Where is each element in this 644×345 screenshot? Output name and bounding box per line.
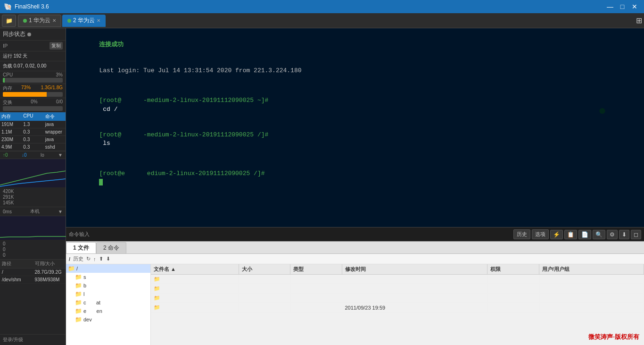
col-type[interactable]: 类型	[290, 264, 342, 275]
login-upgrade-button[interactable]: 登录/升级	[0, 334, 66, 345]
proc-1-cmd: java	[44, 121, 66, 128]
terminal-line-4: [root@ -medium-2-linux-20191112090025 /]…	[70, 122, 640, 157]
latency-v2: 0	[3, 247, 63, 252]
fullscreen-button[interactable]: ◻	[631, 230, 641, 239]
close-button[interactable]: ✕	[629, 2, 640, 11]
fm-upload-button[interactable]: ⬆	[99, 256, 103, 262]
col-perm[interactable]: 权限	[487, 264, 539, 275]
cmd-1: cd /	[99, 106, 117, 113]
file-size-4	[239, 303, 290, 312]
table-row[interactable]: 📁	[151, 275, 644, 284]
file-user-1	[539, 275, 644, 284]
cmd-input-bar: 命令输入 历史 选项 ⚡ 📋 📄 🔍 ⚙ ⬇ ◻	[66, 227, 644, 241]
file-size-1	[239, 275, 290, 284]
tab-1[interactable]: 1 华为云 ✕	[18, 15, 61, 27]
file-type-2	[290, 284, 342, 294]
terminal-line-2: Last login: Tue Jul 14 13:31:54 2020 fro…	[70, 58, 640, 84]
net-lo-label: lo	[41, 152, 44, 158]
fm-tab-commands[interactable]: 2 命令	[96, 242, 126, 253]
col-user[interactable]: 用户/用户组	[539, 264, 644, 275]
file-type-3	[290, 294, 342, 303]
mem-bar-fill	[3, 92, 47, 97]
proc-2-cpu: 0.3	[22, 128, 43, 135]
path-row-2: /dev/shm 938M/938M	[0, 276, 66, 284]
fm-tree-item-6-label: dev	[83, 317, 92, 322]
file-name-2: 📁	[151, 284, 239, 294]
net-val-2: 291K	[3, 194, 63, 200]
folder-icon-6: 📁	[75, 308, 82, 314]
file-size-2	[239, 284, 290, 294]
proc-3-cmd: java	[44, 136, 66, 143]
tab-2[interactable]: 2 华为云 ✕	[62, 15, 106, 27]
fm-refresh-button[interactable]: ↻	[86, 256, 91, 262]
net-dropdown-icon[interactable]: ▼	[58, 152, 63, 158]
table-row[interactable]: 📁	[151, 294, 644, 303]
net-graph-svg	[0, 159, 66, 187]
main-layout: 同步状态 IP 复制 运行 192 天 负载 0.07, 0.02, 0.00 …	[0, 28, 644, 345]
cpu-row: CPU 3%	[0, 71, 66, 84]
search-button[interactable]: 🔍	[593, 230, 605, 239]
swap-bar	[3, 106, 63, 111]
fm-tree-item-6[interactable]: 📁 dev	[66, 315, 150, 324]
grid-view-button[interactable]: ⊞	[636, 16, 642, 25]
fm-tree-item-1[interactable]: 📁 s	[66, 273, 150, 281]
table-row[interactable]: 📁 2011/09/23 19:59	[151, 303, 644, 312]
minimize-button[interactable]: —	[604, 2, 616, 11]
lightning-button[interactable]: ⚡	[550, 230, 563, 239]
folder-button[interactable]: 📁	[2, 15, 16, 27]
fm-tree-item-3[interactable]: 📁 l	[66, 290, 150, 298]
file-name-1: 📁	[151, 275, 239, 284]
terminal[interactable]: 连接成功 Last login: Tue Jul 14 13:31:54 202…	[66, 28, 644, 227]
proc-header-mem: 内存	[0, 112, 22, 121]
app-title: FinalShell 3.6	[15, 3, 49, 10]
proc-3-cpu: 0.3	[22, 136, 43, 143]
fm-up-button[interactable]: ↑	[93, 256, 96, 262]
cmd-input-field[interactable]	[91, 231, 512, 238]
table-row[interactable]: 📁	[151, 284, 644, 294]
latency-dropdown-icon[interactable]: ▼	[58, 209, 63, 214]
process-header: 内存 CPU 命令	[0, 112, 66, 121]
fm-tree-item-2[interactable]: 📁 b	[66, 281, 150, 290]
settings-button[interactable]: ⚙	[607, 230, 618, 239]
app-icon: 🐚	[4, 3, 12, 10]
options-button[interactable]: 选项	[532, 229, 549, 239]
col-mtime[interactable]: 修改时间	[342, 264, 487, 275]
latency-header: 0ms 本机 ▼	[0, 207, 66, 216]
file-user-4	[539, 303, 644, 312]
copy-cmd-button[interactable]: 📋	[564, 230, 577, 239]
swap-row: 交换 0% 0/0	[0, 98, 66, 112]
uptime-value: 运行 192 天	[3, 53, 27, 59]
col-filename[interactable]: 文件名 ▲	[151, 264, 239, 275]
terminal-cursor	[99, 179, 103, 185]
proc-1-cpu: 1.3	[22, 121, 43, 128]
fm-tree-item-4[interactable]: 📁 c at	[66, 298, 150, 307]
fm-tree[interactable]: 📁 / 📁 s 📁 b 📁	[66, 264, 151, 345]
copy-button[interactable]: 复制	[50, 42, 63, 50]
fm-tree-item-4-label: c at	[83, 300, 100, 305]
download-button[interactable]: ⬇	[619, 230, 629, 239]
tab-2-close[interactable]: ✕	[97, 18, 100, 23]
cmd-2: ls	[99, 140, 110, 147]
tab-1-close[interactable]: ✕	[52, 18, 56, 23]
fm-tree-item-5[interactable]: 📁 e en	[66, 307, 150, 315]
history-button[interactable]: 历史	[513, 229, 530, 239]
terminal-line-3: [root@ -medium-2-linux-20191112090025 ~]…	[70, 88, 640, 122]
file-type-1	[290, 275, 342, 284]
fm-history-button[interactable]: 历史	[73, 255, 83, 262]
file-perm-3	[487, 294, 539, 303]
net-section: ↑0 ↓0 lo ▼ 420K 291K 145K	[0, 151, 66, 207]
fm-tab-files[interactable]: 1 文件	[66, 242, 96, 253]
fm-toolbar: / 历史 ↻ ↑ ⬆ ⬇	[66, 254, 644, 264]
proc-4-cmd: sshd	[44, 143, 66, 151]
maximize-button[interactable]: □	[617, 2, 628, 11]
fm-tree-root[interactable]: 📁 /	[66, 264, 150, 273]
fm-download-button[interactable]: ⬇	[106, 256, 110, 262]
fm-main: 📁 / 📁 s 📁 b 📁	[66, 264, 644, 345]
load-row: 负载 0.07, 0.02, 0.00	[0, 61, 66, 71]
folder-icon: 📁	[68, 265, 75, 272]
fm-tree-item-2-label: b	[83, 283, 86, 288]
file-mtime-3	[342, 294, 487, 303]
fm-content[interactable]: 文件名 ▲ 大小 类型 修改时间 权限 用户/用户组 📁	[151, 264, 644, 345]
paste-button[interactable]: 📄	[578, 230, 591, 239]
col-size[interactable]: 大小	[239, 264, 290, 275]
